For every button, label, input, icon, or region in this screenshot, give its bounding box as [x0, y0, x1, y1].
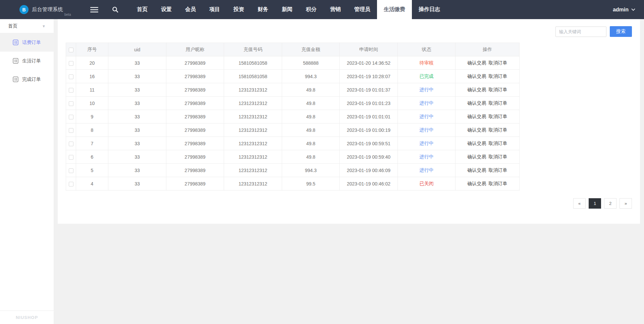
row-checkbox[interactable] — [69, 168, 73, 173]
cancel-order-link[interactable]: 取消订单 — [489, 167, 507, 173]
row-select-cell — [66, 56, 76, 70]
sidebar-item-1[interactable]: 生活订单 — [0, 52, 54, 70]
cancel-order-link[interactable]: 取消订单 — [489, 181, 507, 186]
nav-item-0[interactable]: 首页 — [130, 0, 154, 19]
cancel-order-link[interactable]: 取消订单 — [489, 73, 507, 79]
cell-status: 已完成 — [398, 70, 455, 83]
cancel-order-link[interactable]: 取消订单 — [489, 100, 507, 106]
nav-item-6[interactable]: 新闻 — [275, 0, 299, 19]
cell-actions: 确认交易取消订单 — [455, 137, 520, 150]
cell-number: 12312312312 — [224, 83, 282, 97]
confirm-trade-link[interactable]: 确认交易 — [468, 60, 486, 65]
user-name: admin — [613, 7, 629, 13]
nav-item-9[interactable]: 管理员 — [347, 0, 377, 19]
user-menu[interactable]: admin — [613, 0, 644, 19]
row-checkbox[interactable] — [69, 74, 73, 79]
pager-next-button[interactable]: » — [620, 198, 632, 209]
confirm-trade-link[interactable]: 确认交易 — [468, 87, 486, 92]
col-seq: 序号 — [76, 43, 108, 56]
pager-page-2[interactable]: 2 — [604, 198, 616, 209]
search-input[interactable] — [555, 26, 606, 37]
cancel-order-link[interactable]: 取消订单 — [489, 154, 507, 159]
cell-time: 2023-01-19 01:00:19 — [340, 123, 398, 137]
nav-item-7[interactable]: 积分 — [299, 0, 323, 19]
confirm-trade-link[interactable]: 确认交易 — [468, 154, 486, 159]
toolbar: 搜索 — [66, 26, 632, 37]
row-checkbox[interactable] — [69, 101, 73, 106]
sidebar-item-0[interactable]: 话费订单 — [0, 33, 54, 52]
cell-number: 12312312312 — [224, 177, 282, 191]
cancel-order-link[interactable]: 取消订单 — [489, 127, 507, 132]
cell-uid: 33 — [108, 177, 166, 191]
nav-item-2[interactable]: 会员 — [178, 0, 203, 19]
cell-number: 12312312312 — [224, 97, 282, 110]
nav-item-3[interactable]: 项目 — [203, 0, 227, 19]
sidebar-item-2[interactable]: 完成订单 — [0, 70, 54, 89]
cell-nickname: 27998389 — [166, 177, 224, 191]
list-icon — [13, 40, 18, 45]
row-select-cell — [66, 83, 76, 97]
cell-actions: 确认交易取消订单 — [455, 164, 520, 177]
cell-uid: 33 — [108, 164, 166, 177]
nav-item-1[interactable]: 设置 — [154, 0, 178, 19]
cell-time: 2023-01-19 00:46:02 — [340, 177, 398, 191]
confirm-trade-link[interactable]: 确认交易 — [468, 73, 486, 79]
col-status: 状态 — [398, 43, 455, 56]
cancel-order-link[interactable]: 取消订单 — [489, 60, 507, 65]
status-badge: 进行中 — [420, 87, 434, 92]
row-checkbox[interactable] — [69, 115, 73, 119]
nav-item-4[interactable]: 投资 — [227, 0, 251, 19]
search-submit-button[interactable]: 搜索 — [610, 26, 632, 37]
row-checkbox[interactable] — [69, 155, 73, 160]
confirm-trade-link[interactable]: 确认交易 — [468, 114, 486, 119]
cell-nickname: 27998389 — [166, 150, 224, 164]
hamburger-menu-button[interactable] — [84, 0, 105, 19]
nav-item-11[interactable]: 操作日志 — [412, 0, 447, 19]
nav-item-10[interactable]: 生活缴费 — [377, 0, 412, 19]
sidebar-item-label: 完成订单 — [22, 76, 41, 83]
nav-item-5[interactable]: 财务 — [251, 0, 275, 19]
cell-actions: 确认交易取消订单 — [455, 97, 520, 110]
cell-seq: 9 — [76, 110, 108, 123]
row-checkbox[interactable] — [69, 61, 73, 66]
cell-amount: 49.8 — [282, 110, 340, 123]
pager-prev-button[interactable]: « — [573, 198, 586, 209]
table-row: 5332799838912312312312994.32023-01-19 00… — [66, 164, 520, 177]
brand-logo-icon: B — [19, 5, 29, 14]
confirm-trade-link[interactable]: 确认交易 — [468, 100, 486, 106]
cell-number: 15810581058 — [224, 70, 282, 83]
nav-search-button[interactable] — [105, 0, 125, 19]
sidebar-group-home[interactable]: 首页 ▼ — [0, 19, 54, 33]
cancel-order-link[interactable]: 取消订单 — [489, 141, 507, 146]
row-checkbox[interactable] — [69, 182, 73, 186]
cell-amount: 49.8 — [282, 97, 340, 110]
cell-actions: 确认交易取消订单 — [455, 56, 520, 70]
nav-item-8[interactable]: 营销 — [323, 0, 347, 19]
cell-actions: 确认交易取消订单 — [455, 83, 520, 97]
cell-actions: 确认交易取消订单 — [455, 123, 520, 137]
cell-nickname: 27998389 — [166, 123, 224, 137]
confirm-trade-link[interactable]: 确认交易 — [468, 141, 486, 146]
select-all-checkbox[interactable] — [69, 48, 73, 52]
confirm-trade-link[interactable]: 确认交易 — [468, 127, 486, 132]
cell-nickname: 27998389 — [166, 110, 224, 123]
cancel-order-link[interactable]: 取消订单 — [489, 87, 507, 92]
row-checkbox[interactable] — [69, 128, 73, 133]
cell-amount: 994.3 — [282, 70, 340, 83]
table-header-row: 序号 uid 用户昵称 充值号码 充值金额 申请时间 状态 操作 — [66, 43, 520, 56]
confirm-trade-link[interactable]: 确认交易 — [468, 181, 486, 186]
confirm-trade-link[interactable]: 确认交易 — [468, 167, 486, 173]
cell-seq: 10 — [76, 97, 108, 110]
row-select-cell — [66, 110, 76, 123]
cell-uid: 33 — [108, 123, 166, 137]
pager-page-1[interactable]: 1 — [589, 198, 601, 209]
row-checkbox[interactable] — [69, 88, 73, 93]
cell-nickname: 27998389 — [166, 97, 224, 110]
status-badge: 进行中 — [420, 127, 434, 132]
brand-title: 后台管理系统 — [32, 6, 63, 13]
cell-uid: 33 — [108, 150, 166, 164]
row-checkbox[interactable] — [69, 142, 73, 146]
cell-amount: 49.8 — [282, 137, 340, 150]
cancel-order-link[interactable]: 取消订单 — [489, 114, 507, 119]
table-row: 933279983891231231231249.82023-01-19 01:… — [66, 110, 520, 123]
